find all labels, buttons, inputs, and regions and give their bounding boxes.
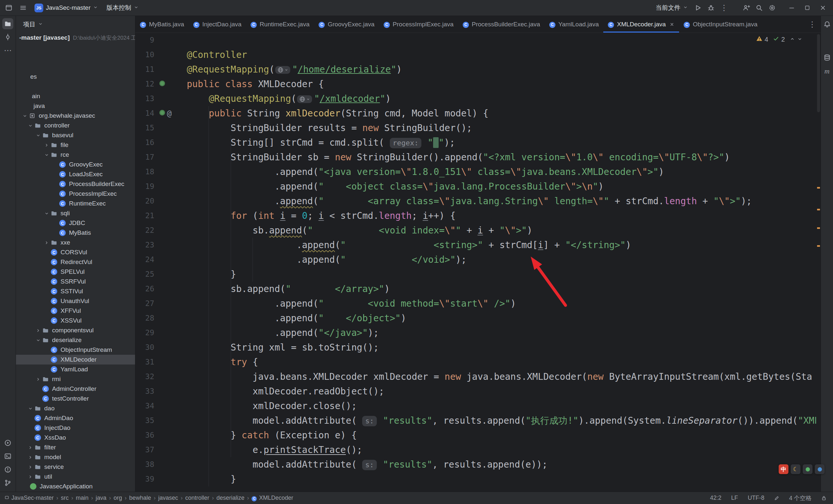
code-line[interactable]: 16 String[] strCmd = cmd.split( regex: "… — [135, 135, 816, 150]
chevron-collapsed-icon[interactable] — [34, 377, 42, 382]
chevron-collapsed-icon[interactable] — [43, 240, 50, 245]
tree-item-YamlLoad[interactable]: CYamlLoad — [16, 364, 135, 374]
tree-item-RedirectVul[interactable]: CRedirectVul — [16, 257, 135, 267]
line-separator[interactable]: LF — [731, 495, 738, 501]
chevron-collapsed-icon[interactable] — [27, 445, 34, 450]
tree-item-ProcessImplExec[interactable]: CProcessImplExec — [16, 189, 135, 199]
gutter[interactable] — [154, 340, 187, 355]
code-editor[interactable]: 910@Controller11@RequestMapping("/home/d… — [135, 33, 820, 492]
database-tool-icon[interactable] — [822, 52, 833, 63]
version-control-tool-icon[interactable] — [2, 477, 13, 488]
gutter[interactable] — [154, 91, 187, 106]
gutter[interactable] — [154, 443, 187, 457]
chevron-collapsed-icon[interactable] — [27, 455, 34, 460]
run-config-selector[interactable]: 当前文件 — [652, 2, 691, 14]
code-line[interactable]: 12public class XMLDecoder { — [135, 77, 816, 91]
gutter[interactable]: @ — [154, 106, 187, 121]
tab-InjectDao.java[interactable]: CInjectDao.java — [189, 16, 246, 32]
breadcrumb-item[interactable]: CXMLDecoder — [252, 495, 293, 501]
tree-item-sqli[interactable]: sqli — [16, 208, 135, 218]
code-line[interactable]: 21 for (int i = 0; i < strCmd.length; i+… — [135, 208, 816, 223]
code-line[interactable]: 14@ public String xmlDecoder(String cmd,… — [135, 106, 816, 121]
tree-item-xxe[interactable]: xxe — [16, 238, 135, 248]
code-line[interactable]: 36 } catch (Exception e) { — [135, 428, 816, 443]
chevron-collapsed-icon[interactable] — [27, 465, 34, 470]
warning-mark[interactable] — [817, 209, 820, 210]
edit-mode-icon[interactable] — [774, 496, 779, 501]
tab-MyBatis.java[interactable]: CMyBatis.java — [135, 16, 189, 32]
tree-item-AdminDao[interactable]: CAdminDao — [16, 413, 135, 423]
minimize-icon[interactable] — [784, 0, 799, 16]
debug-icon[interactable] — [705, 2, 717, 14]
breadcrumb-item[interactable]: org — [114, 495, 122, 501]
gutter[interactable] — [154, 48, 187, 62]
chevron-collapsed-icon[interactable] — [43, 143, 50, 148]
ime-language-badge[interactable]: 中 — [779, 464, 788, 474]
gutter[interactable] — [154, 457, 187, 472]
code-line[interactable]: 31 try { — [135, 355, 816, 369]
tree-item-JavasecApplication[interactable]: JavasecApplication — [16, 482, 135, 491]
tree-item-org.bewhale.javasec[interactable]: org.bewhale.javasec — [16, 111, 135, 121]
gutter[interactable] — [154, 282, 187, 296]
gutter[interactable] — [154, 267, 187, 282]
ime-punctuation-icon[interactable] — [803, 464, 812, 474]
code-line[interactable]: 26 sb.append(" </array>") — [135, 282, 816, 296]
code-line[interactable]: 22 sb.append(" <void index=\"" + i + "\"… — [135, 223, 816, 238]
tree-item--master [javasec][interactable]: -master [javasec] D:\baidu\小迪安全2024 工具 — [16, 33, 135, 43]
code-line[interactable]: 37 e.printStackTrace(); — [135, 443, 816, 457]
tree-item-filter[interactable]: filter — [16, 443, 135, 452]
file-encoding[interactable]: UTF-8 — [748, 495, 764, 501]
tree-item-util[interactable]: util — [16, 472, 135, 482]
caret-position[interactable]: 42:2 — [710, 495, 721, 501]
tree-item-SSTIVul[interactable]: CSSTIVul — [16, 286, 135, 296]
spring-bean-icon[interactable] — [160, 110, 165, 117]
warning-mark[interactable] — [817, 187, 820, 188]
gutter[interactable] — [154, 355, 187, 369]
chevron-expanded-icon[interactable] — [43, 152, 50, 157]
spring-bean-icon[interactable] — [160, 81, 165, 87]
tree-item-model[interactable]: model — [16, 452, 135, 462]
gutter[interactable] — [154, 326, 187, 340]
more-tools-icon[interactable]: ⋯ — [2, 45, 13, 56]
code-line[interactable]: 33 xmlDecoder.readObject(); — [135, 384, 816, 399]
services-tool-icon[interactable] — [2, 437, 13, 448]
code-line[interactable]: 30 String xml = sb.toString(); — [135, 340, 816, 355]
tree-item-RuntimeExec[interactable]: CRuntimeExec — [16, 199, 135, 208]
code-line[interactable]: 13 @RequestMapping("/xmldecoder") — [135, 91, 816, 106]
gutter[interactable] — [154, 384, 187, 399]
gutter[interactable] — [154, 150, 187, 165]
tree-item-XSSVul[interactable]: CXSSVul — [16, 316, 135, 326]
ime-fullwidth-icon[interactable]: ☾ — [791, 464, 801, 474]
tab-XMLDecoder.java[interactable]: CXMLDecoder.java — [603, 16, 679, 32]
gutter[interactable] — [154, 165, 187, 179]
chevron-expanded-icon[interactable] — [43, 211, 50, 216]
breadcrumb-item[interactable]: controller — [185, 495, 209, 501]
gutter[interactable] — [154, 194, 187, 208]
breadcrumb-item[interactable]: bewhale — [129, 495, 151, 501]
tree-item-MyBatis[interactable]: CMyBatis — [16, 228, 135, 238]
gutter[interactable] — [154, 311, 187, 326]
scrollbar-thumb[interactable] — [817, 34, 820, 112]
project-selector[interactable]: JS JavaSec-master — [31, 2, 101, 14]
problems-tool-icon[interactable] — [2, 464, 13, 475]
previous-problem-icon[interactable] — [790, 36, 795, 43]
tree-item-file[interactable]: file — [16, 140, 135, 150]
annotation-at-icon[interactable]: @ — [167, 109, 171, 118]
code-line[interactable]: 32 java.beans.XMLDecoder xmlDecoder = ne… — [135, 369, 816, 384]
tab-ProcessBuilderExec.java[interactable]: CProcessBuilderExec.java — [458, 16, 545, 32]
mapping-globe-icon[interactable] — [275, 66, 290, 74]
chevron-collapsed-icon[interactable] — [27, 474, 34, 479]
more-actions-icon[interactable]: ⋮ — [718, 2, 730, 14]
lock-icon[interactable] — [821, 496, 827, 501]
run-icon[interactable] — [692, 2, 704, 14]
main-menu-icon[interactable] — [17, 2, 29, 14]
tree-item-SSRFVul[interactable]: CSSRFVul — [16, 277, 135, 286]
maven-tool-icon[interactable]: m — [822, 66, 833, 77]
code-line[interactable]: 29 .append("</java>"); — [135, 326, 816, 340]
gutter[interactable] — [154, 62, 187, 77]
tab-ProcessImplExec.java[interactable]: CProcessImplExec.java — [379, 16, 458, 32]
code-line[interactable]: 18 .append("<java version=\"1.8.0_151\" … — [135, 165, 816, 179]
chevron-expanded-icon[interactable] — [34, 338, 42, 343]
tree-item-GroovyExec[interactable]: CGroovyExec — [16, 160, 135, 170]
gutter[interactable] — [154, 369, 187, 384]
